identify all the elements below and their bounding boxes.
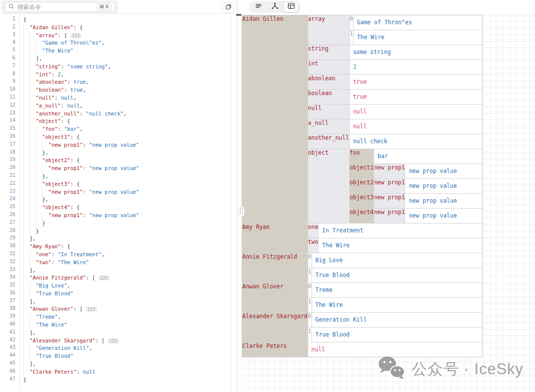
index-cell[interactable]: 0	[308, 283, 312, 298]
code-line[interactable]: },	[23, 235, 237, 243]
code-line[interactable]: {	[23, 16, 237, 24]
value-cell[interactable]: null	[349, 105, 482, 119]
code-line[interactable]: }	[23, 227, 237, 235]
tree-mode-button[interactable]	[267, 1, 282, 12]
code-line[interactable]: "new prop1": "new prop value"	[23, 141, 237, 149]
value-cell[interactable]: oneIn TreatmenttwoThe Wire	[308, 224, 482, 253]
key-cell[interactable]: a_null	[308, 119, 350, 134]
value-cell[interactable]: null check	[349, 134, 482, 149]
value-cell[interactable]: True Blood	[312, 268, 482, 283]
key-cell[interactable]: aboolean	[308, 75, 350, 90]
code-line[interactable]: ],	[23, 360, 237, 368]
value-cell[interactable]: new prop1new prop value	[374, 209, 482, 224]
code-line[interactable]: },	[23, 172, 237, 180]
key-cell[interactable]: one	[308, 224, 319, 238]
code-line[interactable]: "True Blood"	[23, 352, 237, 360]
code-line[interactable]: "object1": {	[23, 133, 237, 141]
value-cell[interactable]: new prop value	[405, 179, 482, 193]
code-line[interactable]: "object4": {	[23, 204, 237, 212]
code-line[interactable]: "int": 2,	[23, 71, 237, 79]
code-line[interactable]: "another_null": "null check",	[23, 110, 237, 118]
value-cell[interactable]: some string	[349, 45, 482, 60]
text-mode-button[interactable]	[251, 1, 266, 12]
key-cell[interactable]: new prop1	[374, 179, 405, 193]
table-mode-button[interactable]	[283, 1, 299, 12]
code-line[interactable]: ],	[23, 298, 237, 306]
key-cell[interactable]: object2	[350, 179, 374, 194]
code-line[interactable]: "Aidan Gillen": {	[23, 24, 237, 32]
value-cell[interactable]: In Treatment	[319, 224, 482, 238]
code-line[interactable]: "new prop1": "new prop value"	[23, 212, 237, 220]
value-cell[interactable]: new prop1new prop value	[374, 179, 482, 194]
value-cell[interactable]: array0Game of Thron"es1The Wirestringsom…	[308, 15, 482, 224]
key-cell[interactable]: string	[308, 45, 350, 60]
code-line[interactable]: "object2": {	[23, 157, 237, 165]
copy-button[interactable]	[222, 2, 235, 13]
code-line[interactable]: "array": [ [2]	[23, 32, 237, 40]
code-line[interactable]: "object3": {	[23, 180, 237, 188]
key-cell[interactable]: Alexander Skarsgard	[242, 313, 308, 342]
code-line[interactable]: "new prop1": "new prop value"	[23, 165, 237, 172]
index-cell[interactable]: 0	[308, 253, 312, 268]
value-cell[interactable]: True Blood	[312, 328, 482, 342]
index-cell[interactable]: 0	[308, 313, 312, 328]
index-cell[interactable]: 1	[350, 30, 353, 45]
code-line[interactable]: "new prop1": "new prop value"	[23, 188, 237, 196]
code-line[interactable]: "foo": "bar",	[23, 125, 237, 133]
key-cell[interactable]: null	[308, 105, 350, 119]
value-cell[interactable]: The Wire	[312, 298, 482, 313]
code-line[interactable]: "Treme",	[23, 313, 237, 321]
code-line[interactable]: "two": "The Wire"	[23, 259, 237, 267]
code-line[interactable]: "Big Love",	[23, 282, 237, 290]
key-cell[interactable]: Amy Ryan	[242, 224, 308, 253]
value-cell[interactable]: Big Love	[312, 253, 482, 268]
code-line[interactable]: "null": null,	[23, 94, 237, 102]
key-cell[interactable]: object4	[350, 209, 374, 224]
value-cell[interactable]: new prop value	[405, 164, 482, 178]
value-cell[interactable]: 2	[349, 60, 482, 75]
value-cell[interactable]: Game of Thron"es	[353, 15, 482, 30]
value-cell[interactable]: new prop1new prop value	[374, 194, 482, 209]
key-cell[interactable]: object	[308, 149, 350, 224]
key-cell[interactable]: foo	[350, 149, 374, 164]
splitter-drag-handle[interactable]	[238, 206, 245, 217]
value-cell[interactable]: true	[349, 75, 482, 90]
code-line[interactable]: "Alexander Skarsgard": [ [2]	[23, 337, 237, 345]
key-cell[interactable]: new prop1	[374, 209, 405, 223]
value-cell[interactable]: foobarobject1new prop1new prop valueobje…	[349, 149, 482, 224]
code-line[interactable]: "boolean": true,	[23, 86, 237, 94]
index-cell[interactable]: 0	[350, 15, 353, 30]
value-cell[interactable]: 0Generation Kill1True Blood	[308, 313, 482, 342]
index-cell[interactable]: 1	[308, 328, 312, 342]
code-content[interactable]: {"Aidan Gillen": {"array": [ [2]"Game of…	[20, 14, 237, 392]
code-line[interactable]: }	[23, 376, 237, 384]
key-cell[interactable]: object3	[350, 194, 374, 209]
key-cell[interactable]: new prop1	[374, 194, 405, 208]
code-line[interactable]: "Annie Fitzgerald": [ [2]	[23, 274, 237, 282]
code-line[interactable]: "Clarke Peters": null	[23, 368, 237, 376]
value-cell[interactable]: null	[349, 119, 482, 134]
index-cell[interactable]: 1	[308, 298, 312, 313]
value-cell[interactable]: 0Treme1The Wire	[308, 283, 482, 313]
code-line[interactable]: "Anwan Glover": [ [2]	[23, 305, 237, 313]
key-cell[interactable]: int	[308, 60, 350, 75]
code-line[interactable]: },	[23, 196, 237, 204]
value-cell[interactable]: new prop value	[405, 209, 482, 223]
code-line[interactable]: "Game of Thron\"es",	[23, 39, 237, 47]
key-cell[interactable]: another_null	[308, 134, 350, 149]
code-line[interactable]: "one": "In Treatment",	[23, 251, 237, 259]
value-cell[interactable]: bar	[374, 149, 482, 164]
code-line[interactable]: "Amy Ryan": {	[23, 243, 237, 251]
value-cell[interactable]: null	[308, 342, 482, 357]
code-line[interactable]: },	[23, 267, 237, 275]
code-line[interactable]: },	[23, 149, 237, 157]
key-cell[interactable]: boolean	[308, 90, 350, 105]
index-cell[interactable]: 1	[308, 268, 312, 283]
code-line[interactable]: "True Blood"	[23, 290, 237, 298]
key-cell[interactable]: new prop1	[374, 164, 405, 178]
code-line[interactable]: "The Wire"	[23, 47, 237, 55]
value-cell[interactable]: Treme	[312, 283, 482, 298]
code-editor[interactable]: 1234567891011121314151617181920212223242…	[0, 14, 237, 392]
code-line[interactable]: "The Wire"	[23, 321, 237, 329]
value-cell[interactable]: 0Big Love1True Blood	[308, 253, 482, 283]
